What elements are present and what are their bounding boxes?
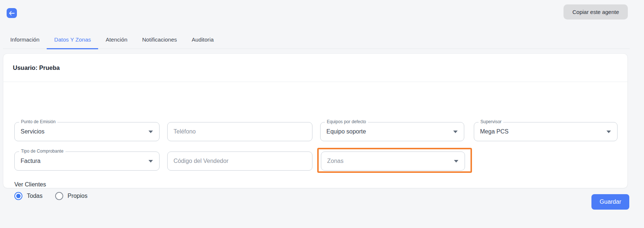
tab-datos-y-zonas[interactable]: Datos Y Zonas [47, 31, 98, 49]
radio-todas[interactable]: Todas [14, 192, 43, 200]
ver-clientes-label: Ver Clientes [14, 181, 46, 188]
punto-de-emision-select[interactable]: Punto de Emisión Servicios [14, 122, 160, 141]
supervisor-value: Mega PCS [480, 122, 508, 141]
chevron-down-icon [149, 131, 153, 133]
tab-informacion[interactable]: Información [3, 31, 47, 49]
arrow-left-icon [9, 11, 15, 15]
equipos-por-defecto-value: Equipo soporte [326, 122, 366, 141]
chevron-down-icon [607, 131, 611, 133]
radio-propios-label: Propios [68, 193, 87, 199]
radio-todas-label: Todas [27, 193, 43, 199]
tipo-de-comprobante-value: Factura [21, 152, 40, 170]
user-card: Usuario: Prueba Punto de Emisión Servici… [3, 53, 628, 188]
ver-clientes-radio-group: Todas Propios [14, 192, 87, 200]
codigo-vendedor-field-box [167, 152, 312, 171]
tab-bar: Información Datos Y Zonas Atención Notif… [3, 31, 630, 49]
supervisor-select[interactable]: Supervisor Mega PCS [474, 122, 618, 141]
chevron-down-icon [454, 160, 458, 163]
tipo-de-comprobante-select[interactable]: Tipo de Comprobante Factura [14, 152, 160, 171]
page: Copiar este agente Información Datos Y Z… [0, 0, 644, 228]
form-area: Punto de Emisión Servicios Equipos por d… [3, 82, 627, 188]
save-button[interactable]: Guardar [591, 194, 629, 210]
telefono-input[interactable] [168, 122, 312, 141]
tab-auditoria[interactable]: Auditoria [184, 31, 221, 49]
radio-unselected-icon[interactable] [55, 192, 63, 200]
card-title: Usuario: Prueba [3, 54, 627, 82]
zonas-select[interactable]: Zonas [321, 152, 465, 171]
equipos-por-defecto-select[interactable]: Equipos por defecto Equipo soporte [320, 122, 464, 141]
tab-notificaciones[interactable]: Notificaciones [135, 31, 185, 49]
copy-agent-button[interactable]: Copiar este agente [564, 4, 628, 19]
chevron-down-icon [149, 160, 153, 163]
telefono-field-box [167, 122, 312, 141]
back-button[interactable] [7, 8, 17, 18]
tab-atencion[interactable]: Atención [98, 31, 135, 49]
chevron-down-icon [453, 131, 458, 133]
codigo-vendedor-input[interactable] [168, 152, 312, 170]
punto-de-emision-value: Servicios [21, 122, 44, 141]
radio-propios[interactable]: Propios [55, 192, 87, 200]
zonas-placeholder: Zonas [327, 152, 343, 170]
radio-selected-icon[interactable] [14, 192, 22, 200]
